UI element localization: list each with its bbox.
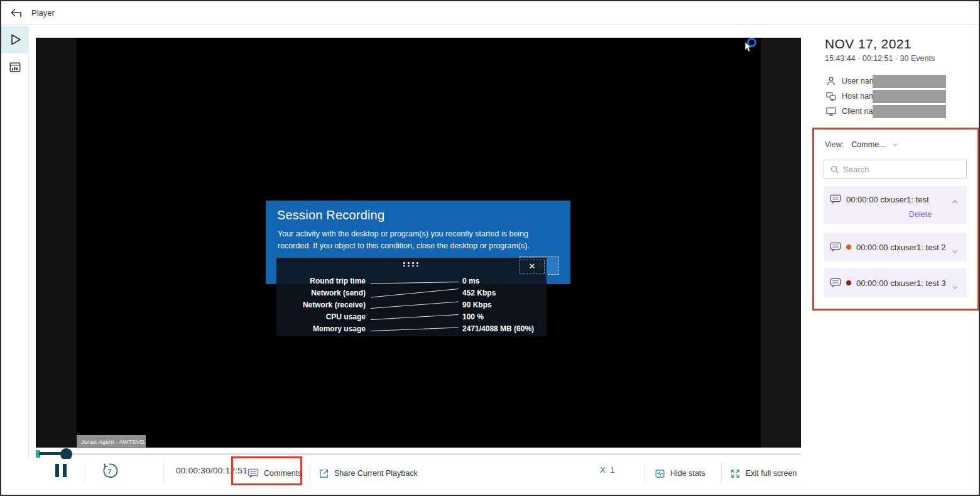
stats-pulse-icon [655,468,665,479]
divider [163,463,164,484]
user-name-redacted [873,75,946,88]
panel-divider [824,130,971,130]
stats-row-value: 0 ms [462,277,547,285]
rewind-7-button[interactable]: 7 [99,461,119,481]
comment-bubble-icon [248,468,259,478]
chevron-up-icon[interactable] [950,197,959,206]
dialog-title: Session Recording [277,208,384,223]
hide-stats-button[interactable]: Hide stats [655,459,705,488]
chevron-down-icon[interactable] [950,247,959,256]
search-box [824,160,967,179]
pause-button[interactable] [55,464,68,477]
exit-full-screen-button[interactable]: Exit full screen [730,459,797,488]
sidebar-item-player[interactable] [1,26,29,53]
taskbar-app-label: Jonas Agent - AWTSVD... [77,435,146,448]
stats-row-value: 452 Kbps [462,289,547,297]
playback-control-bar: 7 00:00:30/00:12:51 Comments Share Curre… [1,459,979,495]
chevron-down-icon[interactable] [950,283,959,292]
comments-button[interactable]: Comments [248,459,302,488]
chevron-down-icon[interactable] [891,140,900,149]
back-icon[interactable] [9,6,24,21]
session-stats-overlay: ✕ Round trip time 0 ms Network (send) 45… [276,258,547,336]
search-input[interactable] [843,160,962,178]
stats-row-label: Network (send) [276,289,366,297]
divider [85,463,85,484]
playback-speed-button[interactable]: X 1 [600,465,616,475]
play-icon [8,32,23,47]
client-monitor-icon [825,105,837,118]
comment-item-3[interactable]: 00:00:00 ctxuser1: test 3 [824,268,967,297]
comment-bubble-icon [830,194,841,204]
comment-text: 00:00:00 ctxuser1: test 2 [856,243,945,252]
comment-status-dot [846,245,851,250]
close-icon[interactable]: ✕ [520,260,545,273]
comment-bubble-icon [830,278,841,288]
exit-full-screen-icon [730,468,741,479]
stats-row: Network (receive) 90 Kbps [276,299,547,311]
sparkline [371,312,459,322]
share-icon [318,468,329,479]
divider [721,463,722,484]
recording-date: NOV 17, 2021 [825,36,912,52]
dialog-body-text: Your activity with the desktop or progra… [278,228,564,253]
exit-full-screen-label: Exit full screen [746,469,797,478]
events-chart-icon [8,60,22,74]
share-button-label: Share Current Playback [334,469,418,478]
sidebar-item-events[interactable] [1,53,29,81]
video-left-band [36,38,76,448]
host-name-redacted [873,90,946,103]
stats-row-value: 100 % [462,312,547,321]
view-selected-value[interactable]: Comme... [851,140,885,149]
stats-rows: Round trip time 0 ms Network (send) 452 … [276,275,547,334]
stats-row-label: Round trip time [276,277,366,285]
stats-row-label: CPU usage [276,312,366,321]
comment-text: 00:00:00 ctxuser1: test [846,195,929,204]
stats-row: Memory usage 2471/4088 MB (60%) [276,322,547,334]
sparkline [371,300,459,310]
divider [644,463,645,484]
search-icon [830,165,840,175]
sparkline [371,288,459,298]
view-label: View: [825,140,844,149]
stats-row: Network (send) 452 Kbps [276,287,547,299]
stats-row: CPU usage 100 % [276,311,547,322]
drag-handle-icon[interactable] [403,262,420,267]
user-icon [825,75,837,87]
stats-row-label: Memory usage [276,324,366,333]
session-recording-player-window: Player Session Recording Your activity w… [0,0,980,496]
stats-row-label: Network (receive) [276,300,366,309]
hide-stats-label: Hide stats [670,469,705,478]
video-playback-area[interactable]: Session Recording Your activity with the… [36,38,801,448]
view-selector: View: Comme... [825,140,900,149]
comment-item-1[interactable]: 00:00:00 ctxuser1: test Delete [824,186,967,224]
stats-row-value: 2471/4088 MB (60%) [462,324,547,333]
comment-text: 00:00:00 ctxuser1: test 3 [856,278,945,288]
comments-button-label: Comments [264,469,302,478]
mouse-cursor-icon [744,42,753,52]
comment-bubble-icon [830,242,841,252]
host-icon [825,90,837,102]
left-rail [1,26,29,495]
sparkline [371,324,459,334]
sparkline [371,276,459,286]
video-right-band [761,38,801,448]
seek-track[interactable] [72,453,801,455]
divider [310,463,310,484]
stats-row: Round trip time 0 ms [276,275,547,287]
rewind-seconds-label: 7 [107,468,111,475]
comment-item-2[interactable]: 00:00:00 ctxuser1: test 2 [824,233,967,262]
stats-row-value: 90 Kbps [462,300,547,309]
top-bar: Player [1,1,979,25]
page-title: Player [31,1,55,25]
comment-status-dot [846,280,851,285]
client-name-redacted [873,105,946,118]
delete-comment-link[interactable]: Delete [909,210,932,219]
share-current-playback-button[interactable]: Share Current Playback [318,459,418,488]
recording-meta: 15:43:44 · 00:12:51 · 30 Events [825,54,935,63]
